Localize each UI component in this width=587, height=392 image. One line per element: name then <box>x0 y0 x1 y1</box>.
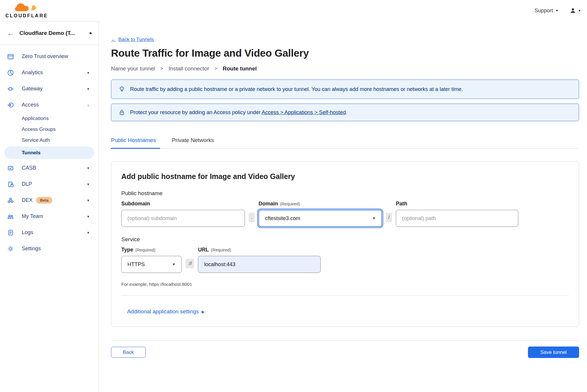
user-account-menu[interactable]: ▼ <box>570 7 581 14</box>
sidebar-item-access-groups[interactable]: Access Groups <box>0 124 99 135</box>
domain-label: Domain(Required) <box>258 201 382 207</box>
sidebar-item-applications[interactable]: Applications <box>0 113 99 124</box>
domain-label-text: Domain <box>258 201 278 207</box>
sidebar-item-settings[interactable]: Settings <box>0 241 99 257</box>
service-url-input[interactable] <box>198 256 321 273</box>
step-name-your-tunnel: Name your tunnel <box>111 65 155 72</box>
service-section-label: Service <box>121 236 569 243</box>
dot-separator: . <box>249 213 255 222</box>
back-arrow-icon[interactable]: ← <box>7 30 14 37</box>
footer-divider <box>111 340 579 341</box>
chevron-down-icon: ▼ <box>578 9 581 12</box>
sidebar-item-casb[interactable]: CASB ▼ <box>0 160 99 176</box>
sub-item-label: Access Groups <box>22 126 55 132</box>
sidebar-item-analytics[interactable]: Analytics ▼ <box>0 65 99 81</box>
user-icon <box>570 7 576 14</box>
sidebar-item-my-team[interactable]: My Team ▼ <box>0 208 99 224</box>
save-tunnel-button[interactable]: Save tunnel <box>528 347 579 358</box>
domain-required-hint: (Required) <box>280 202 300 206</box>
my-team-people-icon <box>7 213 14 220</box>
cloudflare-wordmark: CLOUDFLARE <box>5 13 48 18</box>
sidebar-item-zero-trust-overview[interactable]: Zero Trust overview <box>0 48 99 65</box>
chevron-down-icon: ▼ <box>87 215 90 218</box>
chevron-down-icon: ▼ <box>555 9 559 12</box>
step-separator: > <box>214 66 217 72</box>
protect-banner-text: Protect your resource by adding an Acces… <box>130 109 347 116</box>
type-required-hint: (Required) <box>135 248 156 252</box>
back-button[interactable]: Back <box>111 347 146 358</box>
gear-icon <box>7 245 14 252</box>
disclosure-right-icon: ▶ <box>202 310 205 314</box>
footer-actions: Back Save tunnel <box>111 347 579 358</box>
sidebar-item-text: DEX <box>22 197 33 203</box>
tab-private-networks[interactable]: Private Networks <box>172 137 214 148</box>
subdomain-label: Subdomain <box>121 201 245 207</box>
access-login-icon <box>7 102 14 109</box>
sidebar-item-service-auth[interactable]: Service Auth <box>0 135 99 146</box>
chevron-down-icon: ▼ <box>87 231 90 234</box>
cloudflare-logo[interactable]: CLOUDFLARE <box>5 3 49 18</box>
lock-icon <box>118 109 125 116</box>
chevron-down-icon: ▼ <box>172 262 176 266</box>
sidebar-item-access[interactable]: Access ▲ <box>0 97 99 113</box>
page: CLOUDFLARE Support ▼ ▼ ← Cloudflare Demo… <box>0 0 587 392</box>
path-input[interactable] <box>396 210 518 227</box>
step-separator: > <box>160 66 163 72</box>
sidebar-item-tunnels[interactable]: Tunnels <box>4 146 94 159</box>
analytics-pie-icon <box>7 69 14 76</box>
public-hostname-card: Add public hostname for Image and Video … <box>111 161 579 327</box>
step-route-tunnel: Route tunnel <box>223 65 257 72</box>
access-subnav: Applications Access Groups Service Auth … <box>0 113 99 159</box>
sidebar-item-label: Analytics <box>22 70 87 76</box>
additional-application-settings-toggle[interactable]: Additional application settings ▶ <box>127 308 205 315</box>
sidebar-item-label: CASB <box>22 165 87 171</box>
domain-select[interactable]: cftestsite3.com ▼ <box>258 210 382 227</box>
sidebar-item-label: Gateway <box>22 86 87 92</box>
expand-right-icon: ▶ <box>90 31 92 35</box>
url-label-text: URL <box>198 247 209 253</box>
additional-settings-label: Additional application settings <box>127 308 199 315</box>
protect-banner-suffix: . <box>346 109 347 115</box>
wizard-steps: Name your tunnel > Install connector > R… <box>111 65 579 72</box>
path-label: Path <box>396 201 518 207</box>
back-arrow-icon: ← <box>111 37 116 43</box>
url-label: URL(Required) <box>198 247 321 253</box>
sub-item-label: Tunnels <box>22 150 41 156</box>
protect-banner-prefix: Protect your resource by adding an Acces… <box>130 109 262 115</box>
casb-check-icon <box>7 165 14 172</box>
scheme-separator: :// <box>186 259 194 268</box>
account-name: Cloudflare Demo (T... <box>19 30 85 36</box>
support-label: Support <box>534 8 553 14</box>
overview-window-icon <box>7 53 14 60</box>
service-type-select[interactable]: HTTPS ▼ <box>121 256 182 273</box>
card-heading: Add public hostname for Image and Video … <box>121 172 569 181</box>
chevron-down-icon: ▼ <box>87 166 90 170</box>
sidebar-item-label: DLP <box>22 181 87 187</box>
sidebar-item-logs[interactable]: Logs ▼ <box>0 224 99 241</box>
card-divider <box>121 295 569 295</box>
sidebar-item-dlp[interactable]: DLP ▼ <box>0 176 99 192</box>
tabs: Public Hostnames Private Networks <box>111 137 579 148</box>
support-menu[interactable]: Support ▼ <box>534 8 559 14</box>
tab-public-hostnames[interactable]: Public Hostnames <box>111 137 160 149</box>
beta-badge: Beta <box>36 197 52 204</box>
sidebar-item-gateway[interactable]: Gateway ▼ <box>0 81 99 97</box>
public-hostname-section-label: Public hostname <box>121 190 569 197</box>
gateway-icon <box>7 85 14 92</box>
chevron-down-icon: ▼ <box>87 87 90 91</box>
subdomain-input[interactable] <box>121 210 245 227</box>
sidebar-item-label: DEX Beta <box>22 197 87 204</box>
page-title: Route Traffic for Image and Video Galler… <box>111 47 579 59</box>
info-banner-text: Route traffic by adding a public hostnam… <box>130 86 463 92</box>
chevron-down-icon: ▼ <box>87 183 90 186</box>
sidebar-item-dex[interactable]: DEX Beta ▼ <box>0 192 99 208</box>
lightbulb-icon <box>118 86 125 93</box>
account-switcher[interactable]: ← Cloudflare Demo (T... ▶ <box>0 21 99 45</box>
back-to-tunnels-link[interactable]: ← Back to Tunnels <box>111 37 154 43</box>
sub-item-label: Service Auth <box>22 137 50 143</box>
main-content: ← Back to Tunnels Route Traffic for Imag… <box>99 21 587 392</box>
access-applications-self-hosted-link[interactable]: Access > Applications > Self-hosted <box>262 109 346 115</box>
sidebar-item-label: Logs <box>22 229 87 236</box>
hostname-field-row: Subdomain . Domain(Required) cftestsite3… <box>121 201 569 227</box>
slash-separator: / <box>386 213 392 222</box>
